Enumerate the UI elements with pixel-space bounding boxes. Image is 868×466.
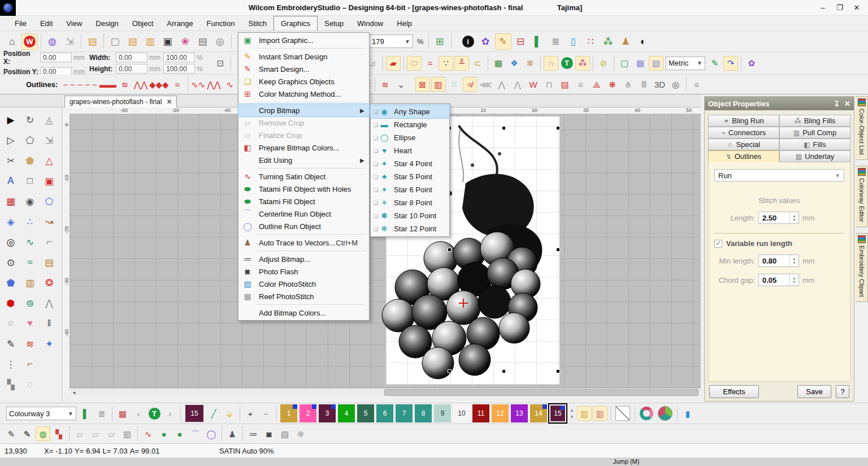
cluster-tool[interactable]: ∴	[20, 212, 40, 232]
color-picker-icon[interactable]: ╱	[206, 406, 221, 421]
scroll-left-icon[interactable]: ◂	[70, 390, 78, 395]
outline-triple-icon[interactable]: − −	[84, 77, 98, 92]
tab-connectors[interactable]: ⌁Connectors	[708, 127, 779, 139]
show-rulers-icon[interactable]: ▧	[649, 56, 663, 71]
curl-tool[interactable]: ↝	[40, 212, 59, 232]
outline-run-obj-icon[interactable]: ◯	[204, 426, 219, 441]
thread-spool-icon[interactable]: ▯	[565, 33, 581, 50]
menu-item-color-photostitch[interactable]: ▨Color PhotoStitch	[238, 278, 369, 290]
tab-pull-comp[interactable]: ▥Pull Comp	[779, 127, 850, 139]
chevron-tool[interactable]: ⋀	[40, 293, 59, 313]
selection-handle-e[interactable]	[556, 248, 560, 252]
design-library-icon[interactable]: ▤	[84, 33, 101, 50]
switch-design-icon[interactable]: ⇲	[62, 33, 78, 50]
design-properties-icon[interactable]: ✎	[495, 33, 511, 50]
outline-satin-icon[interactable]: ⋀⋀	[133, 77, 148, 92]
select-tool[interactable]: ▶	[1, 110, 20, 130]
fill-contour-icon[interactable]: ≋	[378, 77, 393, 92]
tab-bling-run[interactable]: ⚭Bling Run	[708, 115, 779, 127]
menubar-item-design[interactable]: Design	[89, 16, 125, 31]
weave-tool[interactable]: ▥	[20, 273, 40, 293]
print-preview-icon[interactable]: ◎	[212, 33, 228, 50]
stitch-type-select[interactable]: Run ▼	[714, 169, 844, 182]
coreldraw-graphics-icon[interactable]: ◍	[44, 33, 60, 50]
effect-trim-icon[interactable]: ≡	[689, 77, 704, 92]
menu-item-auto-trace-to-vectors[interactable]: ♟Auto Trace to Vectors...Ctrl+M	[238, 236, 369, 249]
crop-remove-icon[interactable]: ▱	[88, 426, 103, 441]
color-swatch-4[interactable]: 4	[338, 404, 355, 422]
effect-radial-icon[interactable]: ❋	[605, 77, 620, 92]
hexagon-tool[interactable]: ⬢	[1, 293, 20, 313]
adjust-bitmap-icon[interactable]: ≔	[246, 426, 261, 441]
slow-redraw-icon[interactable]: ⊘	[596, 56, 611, 71]
rectangle-tool[interactable]: □	[20, 171, 40, 191]
open-design-icon[interactable]: ▤	[124, 33, 141, 50]
pentagon-tool[interactable]: ⬠	[40, 191, 59, 212]
color-swatch-11[interactable]: 11	[472, 404, 489, 422]
stitch-spray-icon[interactable]: ≈	[423, 56, 437, 71]
submenu-item-star-10-point[interactable]: ❏✽Star 10 Point	[371, 209, 449, 222]
thread-bar-gold-icon[interactable]: ▥	[577, 406, 592, 421]
pencil-run-icon[interactable]: ✎	[4, 426, 19, 441]
position-x-field[interactable]: 0.00	[40, 53, 72, 62]
knife-tool[interactable]: ✂	[1, 150, 20, 171]
lock-aspect-icon[interactable]: ⊡	[213, 56, 228, 71]
submenu-item-any-shape[interactable]: ❏◉Any Shape	[371, 105, 449, 118]
color-swatch-15[interactable]: 15	[549, 404, 566, 422]
outline-sculpture-icon[interactable]: ▬▬	[99, 77, 116, 92]
minimize-button[interactable]: –	[815, 2, 831, 14]
effect-block-icon[interactable]: ▤	[558, 77, 572, 92]
tab-special[interactable]: ☆Special	[708, 139, 779, 150]
effect-lines-icon[interactable]: ≡	[574, 77, 588, 92]
corner-tool[interactable]: ⌐	[40, 232, 59, 252]
print-icon[interactable]: ▤	[194, 33, 211, 50]
selection-handle-sw[interactable]	[448, 369, 452, 373]
color-swatch-2[interactable]: 2	[300, 404, 316, 422]
effect-crosshatch-icon[interactable]: ⊠	[415, 77, 430, 92]
effect-wreath-icon[interactable]: ◎	[669, 77, 683, 92]
width-field[interactable]: 0.00	[116, 53, 147, 62]
design-information-icon[interactable]: i	[460, 33, 476, 50]
outline-stem-icon[interactable]: ∿	[223, 77, 237, 92]
color-swatch-14[interactable]: 14	[530, 404, 547, 422]
pencil-special-icon[interactable]: ✎	[20, 426, 34, 441]
reef-photostitch-icon[interactable]: ❋	[293, 426, 308, 441]
show-vectors-icon[interactable]: ❖	[507, 56, 522, 71]
submenu-item-rectangle[interactable]: ❏▬Rectangle	[371, 118, 449, 131]
thread-colors-list-icon[interactable]: ▌	[79, 406, 93, 421]
eyelet-tool[interactable]: ◉	[20, 191, 40, 212]
horizontal-scrollbar[interactable]: ◂	[70, 388, 701, 396]
stitch-leaf-icon[interactable]: ⬭	[407, 56, 422, 71]
bitmap-select-icon[interactable]: ◍	[36, 426, 50, 441]
pen-tool[interactable]: ✎	[1, 334, 20, 354]
reshape-tool[interactable]: ▷	[1, 130, 20, 150]
submenu-item-star-4-point[interactable]: ❏✦Star 4 Point	[371, 157, 449, 170]
angle-b-icon[interactable]: ⋀	[494, 77, 509, 92]
wilcom-workspace-icon[interactable]: W	[21, 33, 38, 50]
document-tab[interactable]: grapes-wines-photoflash - final ✕	[64, 96, 177, 107]
color-blocks-icon[interactable]: ▚	[51, 426, 66, 441]
fill-more-icon[interactable]: ⌄	[394, 77, 409, 92]
effect-florentine-icon[interactable]: ⋔	[621, 77, 636, 92]
ring-tool[interactable]: ◎	[1, 232, 20, 252]
snap-tool[interactable]: ◬	[40, 110, 59, 130]
help-button[interactable]: ?	[836, 385, 849, 398]
split-object-icon[interactable]: ▥	[120, 426, 134, 441]
remove-color-icon[interactable]: −	[259, 406, 274, 421]
scale-tool[interactable]: ⇲	[40, 130, 59, 150]
hoop-template-icon[interactable]: ∩	[544, 56, 558, 71]
submenu-item-star-6-point[interactable]: ❏✶Star 6 Point	[371, 183, 449, 196]
overview-window-icon[interactable]: ⊞	[432, 33, 448, 50]
add-color-icon[interactable]: +	[243, 406, 258, 421]
menubar-item-file[interactable]: File	[8, 16, 33, 31]
close-button[interactable]: ✕	[849, 2, 865, 14]
menubar-item-object[interactable]: Object	[125, 16, 160, 31]
stitch-densities-icon[interactable]: ∷	[583, 33, 599, 50]
hoop-position-icon[interactable]: ✎	[708, 56, 722, 71]
wave-tool[interactable]: ≈	[20, 252, 40, 273]
menu-item-smart-design[interactable]: ✎Smart Design...	[238, 63, 369, 75]
submenu-item-star-5-point[interactable]: ❏★Star 5 Point	[371, 170, 449, 183]
effect-wave-icon[interactable]: W	[526, 77, 541, 92]
warp-tool[interactable]: △	[40, 150, 59, 171]
menubar-item-window[interactable]: Window	[350, 16, 390, 31]
